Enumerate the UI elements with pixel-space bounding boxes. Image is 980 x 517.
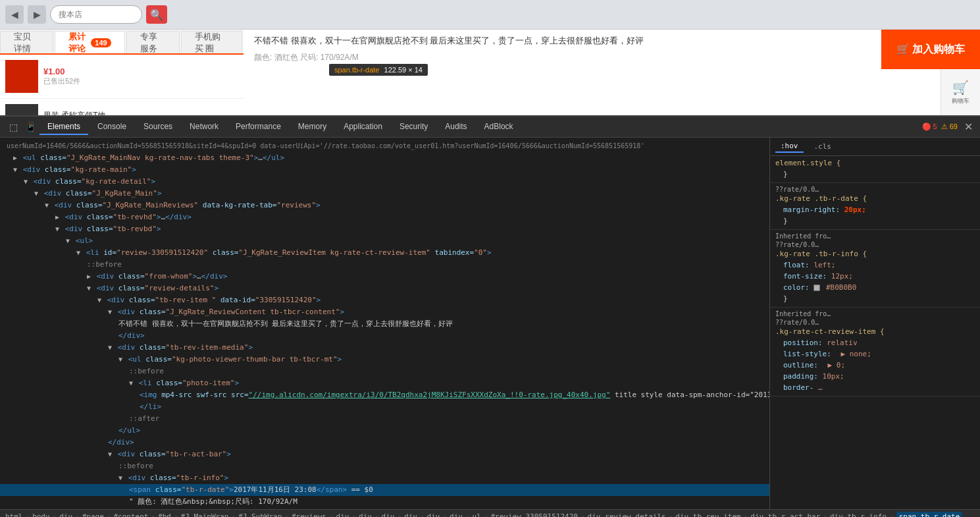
styles-section-element: element.style { } (770, 156, 980, 183)
reviews-badge: 149 (91, 38, 111, 47)
styles-tab-cls[interactable]: .cls (809, 141, 837, 152)
dom-line: </ul> (0, 425, 769, 437)
devtools-main: userNumId=16406/5666&auctionNumId=556851… (0, 138, 980, 509)
dom-line: <div class="J_KgRate_Main"> (0, 188, 769, 200)
devtools-tab-application[interactable]: Application (336, 119, 390, 135)
dom-line: <div class="J_KgRate_MainReviews" data-k… (0, 200, 769, 211)
bc-html[interactable]: html (5, 512, 23, 517)
dom-line: <div class="kg-rate-detail"> (0, 176, 769, 188)
product-item-2[interactable]: 男装 柔软高领T恤 ¥79.00 (0, 99, 244, 115)
bc-tb-r-act-bar[interactable]: div.tb-r-act-bar (750, 512, 820, 517)
styles-source: ??rate/0.0… (775, 319, 975, 326)
bc-div4[interactable]: div (382, 512, 395, 517)
bc-ul[interactable]: ul (473, 512, 481, 517)
inspect-icon[interactable]: ⬚ (5, 119, 21, 135)
devtools-tab-sources[interactable]: Sources (136, 119, 180, 135)
dom-line: 不错不错 很喜欢，双十一在官网旗舰店抢不到 最后来这里买了，贵了一点，穿上去很舒… (0, 318, 769, 330)
dom-line: <div class="J_KgRate_ReviewContent tb-tb… (0, 306, 769, 318)
styles-section-tb-r-date: ??rate/0.0… .kg-rate .tb-r-date { margin… (770, 183, 980, 230)
devtools-tab-security[interactable]: Security (392, 119, 436, 135)
bc-review-details[interactable]: div.review-details (588, 512, 666, 517)
dom-line: userNumId=16406/5666&auctionNumId=556851… (0, 140, 769, 152)
product-info-2: 男装 柔软高领T恤 ¥79.00 (43, 110, 106, 115)
dom-line: <ul class="kg-photo-viewer-thumb-bar tb-… (0, 354, 769, 366)
devtools-tab-elements[interactable]: Elements (39, 119, 88, 135)
styles-rule: } (775, 215, 975, 227)
dom-line: ::after (0, 413, 769, 425)
styles-selector: element.style { (775, 159, 975, 167)
product-thumb-1 (5, 60, 38, 93)
cart-icon: 🛒 (952, 80, 969, 95)
dom-panel[interactable]: userNumId=16406/5666&auctionNumId=556851… (0, 138, 769, 509)
breadcrumb-bar: html › body › div › #page › #content › #… (0, 509, 980, 517)
product-thumb-2 (5, 104, 38, 115)
bc-subwrap[interactable]: #J_MainWrap (181, 512, 229, 517)
bc-reviews[interactable]: #J_SubWrap (238, 512, 282, 517)
bc-div2[interactable]: div (336, 512, 349, 517)
bc-mainwrap[interactable]: #bd (158, 512, 171, 517)
dom-line: ::before (0, 460, 769, 472)
styles-section-review-item: Inherited fro… ??rate/0.0… .kg-rate-ct-r… (770, 308, 980, 396)
search-button[interactable]: 🔍 (146, 5, 167, 24)
tab-mobile[interactable]: 手机购买 圈 (181, 31, 242, 53)
styles-selector: .kg-rate-ct-review-item { (775, 327, 975, 336)
color-swatch (813, 285, 820, 291)
bc-div3[interactable]: div (359, 512, 372, 517)
styles-rule: font-size: 12px; (775, 271, 975, 282)
bc-div7[interactable]: div (450, 512, 463, 517)
bc-div6[interactable]: div (427, 512, 440, 517)
dom-line: <ul class="J_KgRate_MainNav kg-rate-nav-… (0, 152, 769, 164)
dom-line-selected[interactable]: <span class="tb-r-date">2017年11月16日 23:0… (0, 484, 769, 496)
dom-line: ::before (0, 259, 769, 271)
devtools-tab-console[interactable]: Console (90, 119, 134, 135)
devtools-tab-audits[interactable]: Audits (437, 119, 475, 135)
devtools-tab-network[interactable]: Network (182, 119, 226, 135)
tab-service[interactable]: 专享服务 (126, 31, 180, 53)
styles-panel: :hov .cls element.style { } ??rate/0.0… … (769, 138, 980, 509)
devtools-tab-performance[interactable]: Performance (228, 119, 289, 135)
styles-selector: .kg-rate .tb-r-info { (775, 250, 975, 258)
dom-line: <div class="tb-rev-item-media"> (0, 342, 769, 354)
search-input[interactable] (50, 5, 142, 24)
bc-content[interactable]: #page (82, 512, 104, 517)
tab-reviews[interactable]: 累计评论 149 (55, 31, 125, 53)
dom-line: <div class="tb-revhd">…</div> (0, 211, 769, 223)
dom-line: " 颜色: 酒红色&nbsp;&nbsp;尺码: 170/92A/M (0, 496, 769, 508)
devtools-close-button[interactable]: ✕ (962, 121, 975, 134)
tooltip: 122.59 × 14 (329, 64, 428, 76)
product-list: 宝贝详情 累计评论 149 专享服务 手机购买 圈 ¥1.00 已售出52件 (0, 30, 244, 115)
bc-tb-r-info[interactable]: div.tb-r-info (830, 512, 887, 517)
cart-icon-area: 🛒 购物车 (941, 69, 980, 115)
styles-selector: .kg-rate .tb-r-date { (775, 194, 975, 203)
inherited-label: Inherited fro… (775, 310, 975, 317)
dom-line: <div class="kg-rate-main"> (0, 164, 769, 176)
bc-bd[interactable]: #content (114, 512, 149, 517)
tab-detail[interactable]: 宝贝详情 (0, 31, 53, 53)
devtools-tab-memory[interactable]: Memory (290, 119, 334, 135)
styles-rule: color: #B0B0B0 (775, 282, 975, 293)
styles-toolbar: :hov .cls (770, 138, 980, 156)
devtools-panel: ⬚ 📱 Elements Console Sources Network Per… (0, 115, 980, 517)
device-icon[interactable]: 📱 (22, 119, 38, 135)
forward-button[interactable]: ▶ (28, 5, 46, 24)
product-item-1[interactable]: ¥1.00 已售出52件 (0, 55, 244, 99)
dom-line: <div class="tb-r-info"> (0, 472, 769, 484)
inherited-label: Inherited fro… (775, 232, 975, 240)
bc-div1[interactable]: #reviews (292, 512, 326, 517)
bc-span-tb-r-date[interactable]: span.tb-r-date (896, 512, 963, 517)
styles-source: ??rate/0.0… (775, 241, 975, 248)
bc-review-item[interactable]: #review-330591512420 (490, 512, 577, 517)
styles-rule: } (775, 293, 975, 304)
add-to-cart-button[interactable]: 🛒 加入购物车 (881, 30, 980, 69)
review-meta: 颜色: 酒红色 尺码: 170/92A/M (254, 52, 969, 63)
bc-tb-rev-item[interactable]: div.tb-rev-item (675, 512, 740, 517)
back-button[interactable]: ◀ (5, 5, 24, 24)
devtools-tab-adblock[interactable]: AdBlock (477, 119, 521, 135)
devtools-toolbar: ⬚ 📱 Elements Console Sources Network Per… (0, 117, 980, 138)
bc-body[interactable]: body (32, 512, 50, 517)
bc-page[interactable]: div (59, 512, 72, 517)
styles-rule: margin-right: 20px; (775, 204, 975, 215)
dom-line: </li> (0, 401, 769, 413)
bc-div5[interactable]: div (404, 512, 417, 517)
styles-tab-hov[interactable]: :hov (775, 140, 804, 153)
